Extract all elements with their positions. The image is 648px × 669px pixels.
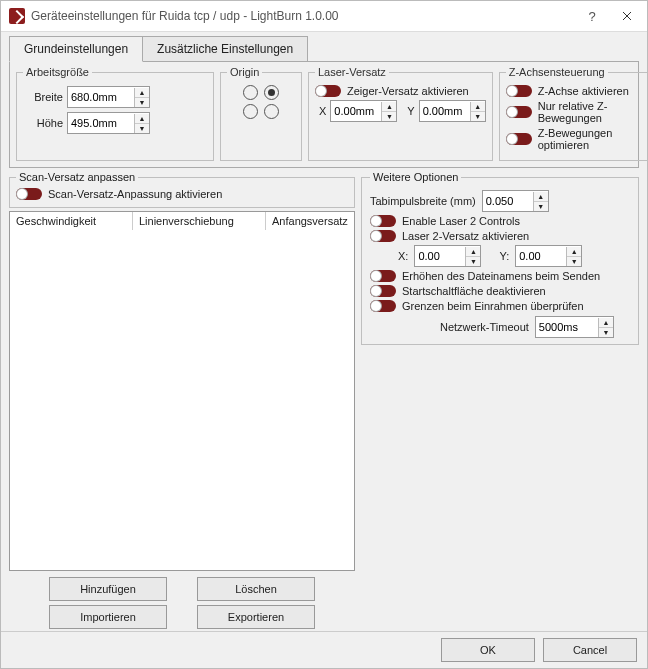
width-label: Breite <box>23 91 63 103</box>
scan-table-header: Geschwindigkeit Linienverschiebung Anfan… <box>10 212 354 230</box>
disable-start-label: Startschaltfläche deaktivieren <box>402 285 546 297</box>
col-speed: Geschwindigkeit <box>10 212 133 230</box>
col-shift: Linienverschiebung <box>133 212 266 230</box>
network-timeout-label: Netzwerk-Timeout <box>440 321 529 333</box>
height-spinner[interactable]: ▲▼ <box>134 114 149 133</box>
width-value[interactable] <box>68 91 134 103</box>
toggle-increment-filename[interactable] <box>370 270 396 282</box>
add-button[interactable]: Hinzufügen <box>49 577 167 601</box>
toggle-z-relative[interactable] <box>506 106 532 118</box>
pointer-offset-label: Zeiger-Versatz aktivieren <box>347 85 469 97</box>
window-title: Geräteeinstellungen für Ruida tcp / udp … <box>31 9 577 23</box>
scan-offset-legend: Scan-Versatz anpassen <box>16 171 138 183</box>
export-button[interactable]: Exportieren <box>197 605 315 629</box>
laser-offset-legend: Laser-Versatz <box>315 66 389 78</box>
toggle-z-optimize[interactable] <box>506 133 532 145</box>
group-laser-offset: Laser-Versatz Zeiger-Versatz aktivieren … <box>308 66 493 161</box>
laser2-x-label: X: <box>398 250 408 262</box>
group-more-options: Weitere Optionen Tabimpulsbreite (mm) ▲▼… <box>361 171 639 345</box>
laser2-y-label: Y: <box>499 250 509 262</box>
group-scan-offset: Scan-Versatz anpassen Scan-Versatz-Anpas… <box>9 171 355 208</box>
z-optimize-label: Z-Bewegungen optimieren <box>538 127 647 151</box>
offset-y-label: Y <box>407 105 414 117</box>
tab-additional-settings[interactable]: Zusätzliche Einstellungen <box>142 36 308 62</box>
check-framing-label: Grenzen beim Einrahmen überprüfen <box>402 300 584 312</box>
origin-top-left[interactable] <box>243 85 258 100</box>
laser2-offset-label: Laser 2-Versatz aktivieren <box>402 230 529 242</box>
toggle-check-framing[interactable] <box>370 300 396 312</box>
z-enable-label: Z-Achse aktivieren <box>538 85 629 97</box>
group-worksize: Arbeitsgröße Breite ▲▼ Höhe ▲▼ <box>16 66 214 161</box>
toggle-pointer-offset[interactable] <box>315 85 341 97</box>
dialog-footer: OK Cancel <box>1 631 647 668</box>
laser2-controls-label: Enable Laser 2 Controls <box>402 215 520 227</box>
close-button[interactable] <box>607 1 647 31</box>
network-timeout-value[interactable] <box>536 321 598 333</box>
origin-legend: Origin <box>227 66 262 78</box>
more-options-legend: Weitere Optionen <box>370 171 461 183</box>
z-axis-legend: Z-Achsensteuerung <box>506 66 608 78</box>
offset-y-value[interactable] <box>420 105 470 117</box>
laser2-x-spinner[interactable]: ▲▼ <box>465 247 480 266</box>
toggle-disable-start[interactable] <box>370 285 396 297</box>
toggle-z-enable[interactable] <box>506 85 532 97</box>
group-z-axis: Z-Achsensteuerung Z-Achse aktivieren Nur… <box>499 66 647 161</box>
laser2-x-value[interactable] <box>415 250 465 262</box>
ok-button[interactable]: OK <box>441 638 535 662</box>
tab-bar: Grundeinstellungen Zusätzliche Einstellu… <box>9 36 639 62</box>
offset-x-spinner[interactable]: ▲▼ <box>381 102 396 121</box>
titlebar: Geräteeinstellungen für Ruida tcp / udp … <box>1 1 647 32</box>
tab-panel: Arbeitsgröße Breite ▲▼ Höhe ▲▼ <box>9 61 639 168</box>
offset-x-value[interactable] <box>331 105 381 117</box>
laser2-y-spinner[interactable]: ▲▼ <box>566 247 581 266</box>
laser2-y-input[interactable]: ▲▼ <box>515 245 582 267</box>
help-button[interactable]: ? <box>577 1 607 31</box>
z-relative-label: Nur relative Z-Bewegungen <box>538 100 647 124</box>
app-icon <box>9 8 25 24</box>
delete-button[interactable]: Löschen <box>197 577 315 601</box>
scan-offset-table[interactable]: Geschwindigkeit Linienverschiebung Anfan… <box>9 211 355 571</box>
height-value[interactable] <box>68 117 134 129</box>
height-label: Höhe <box>23 117 63 129</box>
tab-basic-settings[interactable]: Grundeinstellungen <box>9 36 143 62</box>
scan-offset-label: Scan-Versatz-Anpassung aktivieren <box>48 188 222 200</box>
network-timeout-spinner[interactable]: ▲▼ <box>598 318 613 337</box>
laser2-x-input[interactable]: ▲▼ <box>414 245 481 267</box>
offset-y-spinner[interactable]: ▲▼ <box>470 102 485 121</box>
width-input[interactable]: ▲▼ <box>67 86 150 108</box>
offset-x-label: X <box>319 105 326 117</box>
tab-pulse-label: Tabimpulsbreite (mm) <box>370 195 476 207</box>
cancel-button[interactable]: Cancel <box>543 638 637 662</box>
import-button[interactable]: Importieren <box>49 605 167 629</box>
toggle-scan-offset[interactable] <box>16 188 42 200</box>
origin-top-right[interactable] <box>264 85 279 100</box>
group-origin: Origin <box>220 66 302 161</box>
col-initial: Anfangsversatz <box>266 212 354 230</box>
tab-pulse-spinner[interactable]: ▲▼ <box>533 192 548 211</box>
device-settings-window: Geräteeinstellungen für Ruida tcp / udp … <box>0 0 648 669</box>
laser2-y-value[interactable] <box>516 250 566 262</box>
origin-bottom-left[interactable] <box>243 104 258 119</box>
tab-pulse-input[interactable]: ▲▼ <box>482 190 549 212</box>
offset-y-input[interactable]: ▲▼ <box>419 100 486 122</box>
close-icon <box>622 11 632 21</box>
toggle-laser2-offset[interactable] <box>370 230 396 242</box>
network-timeout-input[interactable]: ▲▼ <box>535 316 614 338</box>
width-spinner[interactable]: ▲▼ <box>134 88 149 107</box>
worksize-legend: Arbeitsgröße <box>23 66 92 78</box>
origin-bottom-right[interactable] <box>264 104 279 119</box>
toggle-laser2-controls[interactable] <box>370 215 396 227</box>
increment-filename-label: Erhöhen des Dateinamens beim Senden <box>402 270 600 282</box>
height-input[interactable]: ▲▼ <box>67 112 150 134</box>
tab-pulse-value[interactable] <box>483 195 533 207</box>
offset-x-input[interactable]: ▲▼ <box>330 100 397 122</box>
